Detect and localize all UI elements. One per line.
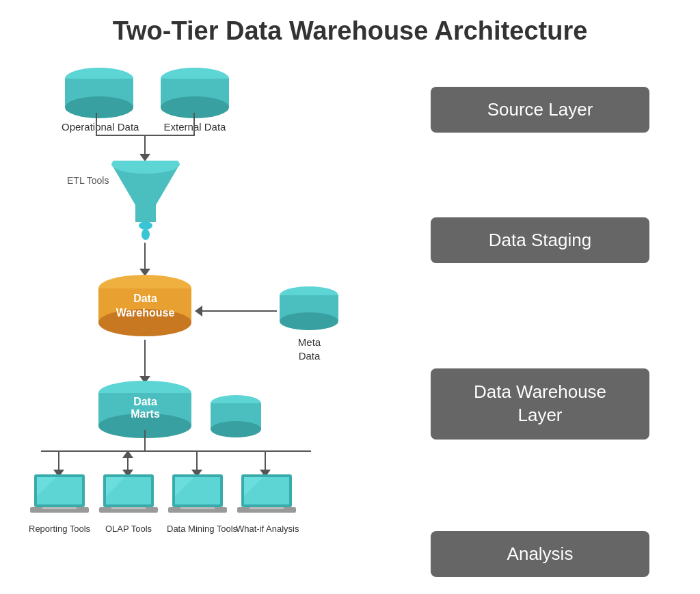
svg-point-2	[65, 96, 133, 118]
page-title: Two-Tier Data Warehouse Architecture	[0, 0, 700, 53]
source-layer-label: Source Layer	[431, 87, 649, 133]
svg-rect-37	[180, 507, 215, 509]
svg-point-16	[280, 312, 338, 330]
etl-label: ETL Tools	[67, 174, 109, 188]
small-db	[208, 394, 263, 445]
data-warehouse-label: DataWarehouse	[96, 292, 195, 321]
operational-data-db: Operational Data	[62, 66, 139, 134]
svg-rect-27	[42, 507, 77, 509]
data-warehouse-db: DataWarehouse	[96, 275, 195, 342]
svg-point-5	[161, 96, 229, 118]
laptop-reporting: Reporting Tools	[29, 473, 90, 535]
svg-point-9	[139, 221, 152, 230]
data-staging-label: Data Staging	[431, 217, 649, 263]
analysis-label: Analysis	[431, 531, 649, 577]
data-marts-label: DataMarts	[96, 396, 195, 420]
laptop-olap: OLAP Tools	[98, 473, 159, 535]
laptop-whatif: What-if Analysis	[236, 473, 299, 535]
svg-rect-42	[250, 507, 284, 509]
svg-rect-8	[135, 205, 156, 222]
external-data-db: External Data	[157, 66, 232, 134]
meta-data-db: MetaData	[277, 285, 342, 362]
svg-rect-32	[111, 507, 146, 509]
svg-point-22	[211, 421, 261, 437]
laptop-data-mining: Data Mining Tools	[167, 473, 237, 535]
etl-funnel: ETL Tools	[108, 161, 183, 245]
data-warehouse-layer-label: Data WarehouseLayer	[431, 368, 649, 440]
svg-point-10	[142, 229, 150, 240]
